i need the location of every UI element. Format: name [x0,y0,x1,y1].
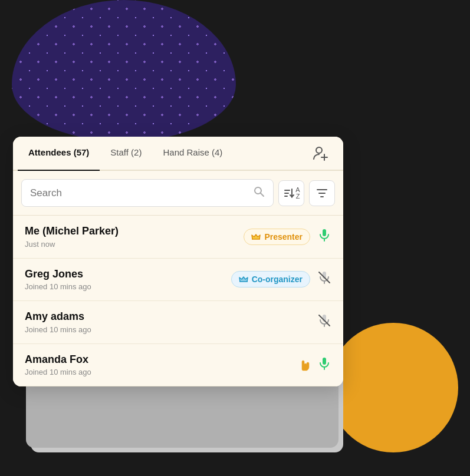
filter-button[interactable] [309,180,335,206]
add-person-icon [313,145,329,161]
attendee-icons [317,228,331,246]
attendee-time: Joined 10 mins ago [25,325,310,334]
attendee-info: Greg Jones Joined 10 mins ago [25,268,224,292]
attendee-info: Amanda Fox Joined 10 mins ago [25,353,290,377]
attendee-name: Amanda Fox [25,353,290,366]
attendees-panel: Attendees (57) Staff (2) Hand Raise (4) [13,137,343,386]
filter-icon [316,187,328,199]
attendee-icons [297,356,331,375]
mic-muted-icon [317,270,331,288]
attendee-info: Me (Michel Parker) Just now [25,225,236,249]
crown-icon [239,275,248,284]
sort-az-icon [282,187,295,200]
search-field-wrap[interactable] [21,179,274,207]
attendee-item: Me (Michel Parker) Just now Presenter [13,216,343,259]
attendee-item: Amy adams Joined 10 mins ago [13,301,343,344]
sort-az-label: AZ [295,187,300,200]
svg-point-0 [316,147,322,153]
decorative-blob-top [12,0,236,141]
attendee-list: Me (Michel Parker) Just now Presenter [13,216,343,386]
attendee-item: Amanda Fox Joined 10 mins ago [13,344,343,387]
mic-muted-icon [317,313,331,331]
tab-staff[interactable]: Staff (2) [100,137,152,171]
attendee-icons [317,270,331,288]
tab-attendees[interactable]: Attendees (57) [18,137,100,171]
search-icon [253,186,265,200]
coorganizer-badge: Co-organizer [231,271,310,287]
attendee-name: Greg Jones [25,268,224,281]
hand-raise-icon [297,356,313,375]
svg-line-4 [261,193,264,197]
svg-rect-16 [323,358,326,365]
attendee-name: Me (Michel Parker) [25,225,236,238]
mic-active-icon [317,228,331,246]
sort-button[interactable]: AZ [278,180,304,206]
crown-icon [251,232,261,242]
add-person-button[interactable] [303,137,338,170]
svg-rect-8 [323,229,326,236]
tabs-row: Attendees (57) Staff (2) Hand Raise (4) [13,137,343,171]
search-input[interactable] [30,187,248,199]
decorative-blob-bottom [328,323,458,452]
search-row: AZ [13,171,343,216]
attendee-name: Amy adams [25,310,310,323]
attendee-item: Greg Jones Joined 10 mins ago Co-organiz… [13,259,343,302]
presenter-badge: Presenter [244,229,310,245]
attendee-time: Joined 10 mins ago [25,368,290,376]
attendee-info: Amy adams Joined 10 mins ago [25,310,310,334]
attendee-time: Just now [25,240,236,249]
tab-handraise[interactable]: Hand Raise (4) [152,137,233,171]
attendee-icons [317,313,331,331]
attendee-time: Joined 10 mins ago [25,282,224,291]
mic-active-icon [317,356,331,374]
